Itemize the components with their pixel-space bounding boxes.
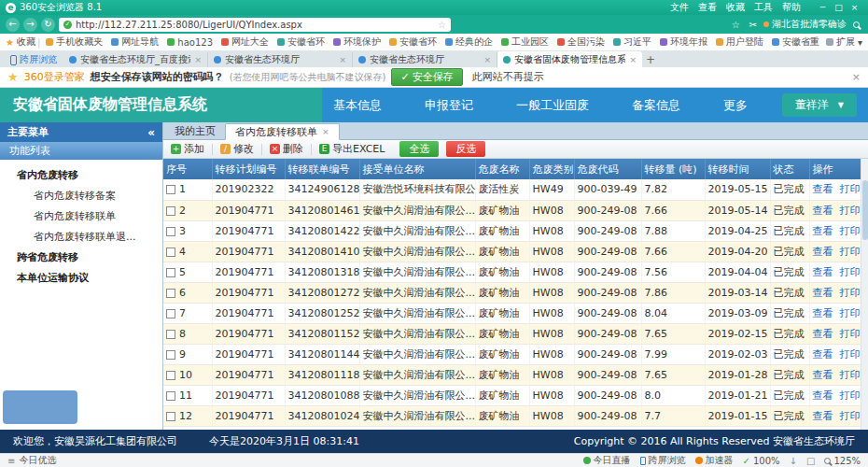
print-link[interactable]: 打印: [840, 266, 861, 278]
view-link[interactable]: 查看: [813, 369, 833, 381]
row-checkbox[interactable]: [166, 350, 175, 360]
print-link[interactable]: 打印: [840, 369, 861, 381]
bookmarks-label[interactable]: 收藏: [17, 35, 35, 49]
sidebar-item[interactable]: 跨省危废转移: [0, 248, 162, 268]
bookmark-item[interactable]: 环境保护: [333, 35, 381, 49]
table-row[interactable]: 720190477134120801252安徽中久润滑油有限公...废矿物油HW…: [163, 303, 861, 323]
row-checkbox[interactable]: [166, 268, 175, 277]
print-link[interactable]: 打印: [840, 183, 861, 195]
sidebar-item[interactable]: 省内危废转移联单退...: [0, 227, 162, 248]
url-field[interactable]: ✓ http://112.27.211.25:8080/LigerUI/QYIn…: [59, 18, 451, 32]
sidebar-item[interactable]: 本单位运输协议: [0, 268, 162, 289]
bookmark-item[interactable]: 安徽省环: [389, 35, 437, 49]
bookmark-item[interactable]: 工业园区: [501, 35, 549, 49]
browser-tab[interactable]: 安徽省生态环境厅_百度搜索×: [63, 52, 208, 67]
network-status[interactable]: ✓ 100%: [743, 456, 780, 466]
table-row[interactable]: 920190477134120801144安徽中久润滑油有限公...废矿物油HW…: [163, 344, 861, 364]
extensions-button[interactable]: 扩展 ▾: [826, 35, 862, 49]
bookmark-item[interactable]: 用户登陆: [716, 35, 763, 49]
view-link[interactable]: 查看: [813, 328, 833, 340]
table-row[interactable]: 1220190477134120801024安徽中久润滑油有限公...废矿物油H…: [163, 405, 861, 426]
screenshot-icon[interactable]: ✂: [749, 20, 757, 30]
table-row[interactable]: 520190477134120801318安徽中久润滑油有限公...废矿物油HW…: [163, 262, 861, 282]
tab-close-icon[interactable]: ×: [339, 55, 346, 64]
print-link[interactable]: 打印: [840, 246, 861, 258]
view-link[interactable]: 查看: [813, 389, 833, 402]
table-row[interactable]: 620190477134120801272安徽中久润滑油有限公...废矿物油HW…: [163, 282, 861, 303]
column-header[interactable]: 序号: [163, 159, 212, 179]
column-header[interactable]: 转移计划编号: [212, 159, 285, 179]
print-link[interactable]: 打印: [840, 287, 861, 299]
view-link[interactable]: 查看: [813, 410, 833, 422]
tab-close-icon[interactable]: ×: [483, 55, 491, 64]
select-all-button[interactable]: 全选: [399, 141, 439, 157]
toolbar-button[interactable]: ×删除: [270, 142, 303, 156]
bookmark-item[interactable]: 网址导航: [111, 35, 159, 49]
page-tab[interactable]: 我的主页: [165, 122, 225, 139]
refresh-icon[interactable]: ↻: [41, 18, 55, 32]
menubar-item[interactable]: 帮助: [782, 2, 801, 12]
column-header[interactable]: 转移量 (吨): [641, 159, 705, 179]
sidebar-section-header[interactable]: 功能列表: [0, 142, 162, 160]
app-nav-item[interactable]: 更多: [723, 97, 748, 114]
print-link[interactable]: 打印: [840, 410, 861, 422]
row-checkbox[interactable]: [166, 330, 175, 339]
menubar-item[interactable]: 查看: [698, 2, 717, 12]
scrollbar-thumb[interactable]: [862, 180, 868, 240]
collect-icon[interactable]: ☆: [732, 20, 740, 30]
bookmark-item[interactable]: 安徽省环: [277, 35, 325, 49]
bookmark-item[interactable]: 手机收藏夹: [46, 35, 103, 49]
bookmark-item[interactable]: 安徽省重: [772, 35, 819, 49]
menubar-item[interactable]: 工具: [754, 2, 773, 12]
browser-tab[interactable]: 安徽省生态环境厅×: [353, 52, 497, 67]
toolbar-button[interactable]: ∕修改: [220, 142, 254, 156]
row-checkbox[interactable]: [166, 309, 175, 318]
print-link[interactable]: 打印: [840, 225, 861, 237]
print-link[interactable]: 打印: [840, 328, 861, 340]
table-row[interactable]: 420190477134120801410安徽中久润滑油有限公...废矿物油HW…: [163, 241, 861, 262]
print-link[interactable]: 打印: [840, 348, 861, 361]
view-link[interactable]: 查看: [813, 307, 833, 319]
view-link[interactable]: 查看: [813, 225, 833, 237]
back-icon[interactable]: ←: [6, 18, 20, 32]
row-checkbox[interactable]: [166, 391, 175, 401]
browser-tab[interactable]: 安徽省生态环境厅×: [208, 52, 353, 67]
row-checkbox[interactable]: [166, 412, 175, 421]
table-row[interactable]: 220190477134120801461安徽中久润滑油有限公...废矿物油HW…: [163, 200, 861, 220]
column-header[interactable]: 转移时间: [705, 159, 770, 179]
view-link[interactable]: 查看: [813, 348, 833, 361]
windows-icon[interactable]: □: [806, 456, 815, 466]
view-link[interactable]: 查看: [813, 183, 833, 195]
download-icon[interactable]: ↓: [790, 456, 797, 466]
cast-button[interactable]: 跨屏浏览: [640, 454, 686, 467]
print-link[interactable]: 打印: [840, 307, 861, 319]
column-header[interactable]: 危废类别: [529, 159, 574, 179]
sidebar-widget[interactable]: [3, 390, 77, 424]
forward-icon[interactable]: →: [23, 18, 37, 32]
screen-cast-button[interactable]: 跨屏浏览: [4, 52, 63, 67]
row-checkbox[interactable]: [166, 289, 175, 298]
table-row[interactable]: 820190477134120801152安徽中久润滑油有限公...废矿物油HW…: [163, 323, 861, 344]
notification-close-icon[interactable]: ×: [852, 71, 861, 83]
bookmark-item[interactable]: 网址大全: [221, 35, 269, 49]
column-header[interactable]: 接受单位名称: [359, 159, 475, 179]
table-row[interactable]: 1120190477134120801088安徽中久润滑油有限公...废矿物油H…: [163, 385, 861, 405]
view-link[interactable]: 查看: [813, 246, 833, 258]
live-button[interactable]: 今日直播: [583, 454, 631, 467]
app-nav-item[interactable]: 备案信息: [632, 97, 680, 114]
app-nav-item[interactable]: 一般工业固废: [516, 97, 589, 114]
browser-tab[interactable]: 安徽省固体废物管理信息系统×: [497, 51, 642, 67]
maximize-icon[interactable]: □: [831, 1, 847, 14]
print-link[interactable]: 打印: [840, 205, 861, 217]
status-left[interactable]: ≡ 今日优选: [7, 454, 56, 467]
minimize-icon[interactable]: ─: [815, 1, 831, 14]
bookmark-item[interactable]: 经典的企: [445, 35, 493, 49]
toolbar-button[interactable]: +添加: [171, 142, 204, 156]
column-header[interactable]: 危废代码: [574, 159, 641, 179]
news-ticker[interactable]: 湖北首批清零确诊: [763, 18, 847, 31]
column-header[interactable]: 危废名称: [475, 159, 529, 179]
search-icon[interactable]: [853, 20, 860, 30]
row-checkbox[interactable]: [166, 371, 175, 380]
table-row[interactable]: 1020190477134120801118安徽中久润滑油有限公...废矿物油H…: [163, 364, 861, 385]
tab-close-icon[interactable]: ×: [629, 55, 637, 64]
